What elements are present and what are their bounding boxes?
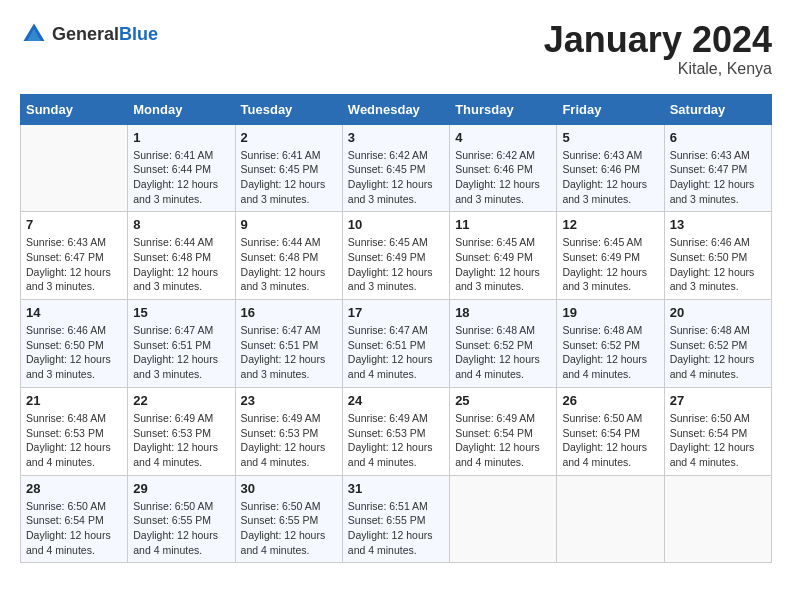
day-number: 23 <box>241 393 337 408</box>
day-info: Sunrise: 6:44 AMSunset: 6:48 PMDaylight:… <box>133 235 229 294</box>
calendar-cell: 5Sunrise: 6:43 AMSunset: 6:46 PMDaylight… <box>557 124 664 212</box>
day-info: Sunrise: 6:45 AMSunset: 6:49 PMDaylight:… <box>348 235 444 294</box>
day-number: 24 <box>348 393 444 408</box>
day-number: 3 <box>348 130 444 145</box>
day-number: 19 <box>562 305 658 320</box>
day-number: 11 <box>455 217 551 232</box>
calendar-cell: 2Sunrise: 6:41 AMSunset: 6:45 PMDaylight… <box>235 124 342 212</box>
day-number: 31 <box>348 481 444 496</box>
day-number: 13 <box>670 217 766 232</box>
calendar-cell <box>664 475 771 563</box>
calendar-week-row: 28Sunrise: 6:50 AMSunset: 6:54 PMDayligh… <box>21 475 772 563</box>
calendar-week-row: 14Sunrise: 6:46 AMSunset: 6:50 PMDayligh… <box>21 300 772 388</box>
day-number: 7 <box>26 217 122 232</box>
day-number: 4 <box>455 130 551 145</box>
day-info: Sunrise: 6:41 AMSunset: 6:45 PMDaylight:… <box>241 148 337 207</box>
day-info: Sunrise: 6:45 AMSunset: 6:49 PMDaylight:… <box>562 235 658 294</box>
calendar-cell: 13Sunrise: 6:46 AMSunset: 6:50 PMDayligh… <box>664 212 771 300</box>
calendar-header-row: SundayMondayTuesdayWednesdayThursdayFrid… <box>21 94 772 124</box>
day-info: Sunrise: 6:47 AMSunset: 6:51 PMDaylight:… <box>133 323 229 382</box>
calendar-cell: 8Sunrise: 6:44 AMSunset: 6:48 PMDaylight… <box>128 212 235 300</box>
day-info: Sunrise: 6:49 AMSunset: 6:53 PMDaylight:… <box>133 411 229 470</box>
calendar-cell: 25Sunrise: 6:49 AMSunset: 6:54 PMDayligh… <box>450 387 557 475</box>
col-header-monday: Monday <box>128 94 235 124</box>
day-info: Sunrise: 6:43 AMSunset: 6:46 PMDaylight:… <box>562 148 658 207</box>
day-info: Sunrise: 6:46 AMSunset: 6:50 PMDaylight:… <box>670 235 766 294</box>
day-info: Sunrise: 6:42 AMSunset: 6:45 PMDaylight:… <box>348 148 444 207</box>
day-number: 25 <box>455 393 551 408</box>
day-number: 1 <box>133 130 229 145</box>
day-info: Sunrise: 6:41 AMSunset: 6:44 PMDaylight:… <box>133 148 229 207</box>
calendar-cell <box>557 475 664 563</box>
day-number: 20 <box>670 305 766 320</box>
day-info: Sunrise: 6:50 AMSunset: 6:55 PMDaylight:… <box>133 499 229 558</box>
day-info: Sunrise: 6:49 AMSunset: 6:53 PMDaylight:… <box>348 411 444 470</box>
logo-general: GeneralBlue <box>52 25 158 44</box>
calendar-cell: 27Sunrise: 6:50 AMSunset: 6:54 PMDayligh… <box>664 387 771 475</box>
day-number: 8 <box>133 217 229 232</box>
day-number: 6 <box>670 130 766 145</box>
calendar-week-row: 21Sunrise: 6:48 AMSunset: 6:53 PMDayligh… <box>21 387 772 475</box>
day-info: Sunrise: 6:46 AMSunset: 6:50 PMDaylight:… <box>26 323 122 382</box>
day-info: Sunrise: 6:43 AMSunset: 6:47 PMDaylight:… <box>670 148 766 207</box>
location-title: Kitale, Kenya <box>544 60 772 78</box>
day-info: Sunrise: 6:50 AMSunset: 6:55 PMDaylight:… <box>241 499 337 558</box>
calendar-table: SundayMondayTuesdayWednesdayThursdayFrid… <box>20 94 772 564</box>
calendar-cell: 10Sunrise: 6:45 AMSunset: 6:49 PMDayligh… <box>342 212 449 300</box>
day-info: Sunrise: 6:51 AMSunset: 6:55 PMDaylight:… <box>348 499 444 558</box>
day-info: Sunrise: 6:50 AMSunset: 6:54 PMDaylight:… <box>562 411 658 470</box>
day-number: 5 <box>562 130 658 145</box>
calendar-cell: 11Sunrise: 6:45 AMSunset: 6:49 PMDayligh… <box>450 212 557 300</box>
calendar-cell: 7Sunrise: 6:43 AMSunset: 6:47 PMDaylight… <box>21 212 128 300</box>
calendar-cell: 18Sunrise: 6:48 AMSunset: 6:52 PMDayligh… <box>450 300 557 388</box>
day-info: Sunrise: 6:49 AMSunset: 6:54 PMDaylight:… <box>455 411 551 470</box>
col-header-saturday: Saturday <box>664 94 771 124</box>
calendar-cell: 30Sunrise: 6:50 AMSunset: 6:55 PMDayligh… <box>235 475 342 563</box>
day-info: Sunrise: 6:50 AMSunset: 6:54 PMDaylight:… <box>26 499 122 558</box>
calendar-cell <box>21 124 128 212</box>
day-number: 26 <box>562 393 658 408</box>
calendar-week-row: 1Sunrise: 6:41 AMSunset: 6:44 PMDaylight… <box>21 124 772 212</box>
calendar-cell: 23Sunrise: 6:49 AMSunset: 6:53 PMDayligh… <box>235 387 342 475</box>
title-block: January 2024 Kitale, Kenya <box>544 20 772 78</box>
day-number: 18 <box>455 305 551 320</box>
calendar-cell: 31Sunrise: 6:51 AMSunset: 6:55 PMDayligh… <box>342 475 449 563</box>
page-header: GeneralBlue January 2024 Kitale, Kenya <box>20 20 772 78</box>
calendar-cell: 17Sunrise: 6:47 AMSunset: 6:51 PMDayligh… <box>342 300 449 388</box>
day-number: 29 <box>133 481 229 496</box>
calendar-cell: 1Sunrise: 6:41 AMSunset: 6:44 PMDaylight… <box>128 124 235 212</box>
calendar-cell: 24Sunrise: 6:49 AMSunset: 6:53 PMDayligh… <box>342 387 449 475</box>
calendar-cell: 6Sunrise: 6:43 AMSunset: 6:47 PMDaylight… <box>664 124 771 212</box>
day-info: Sunrise: 6:47 AMSunset: 6:51 PMDaylight:… <box>348 323 444 382</box>
calendar-week-row: 7Sunrise: 6:43 AMSunset: 6:47 PMDaylight… <box>21 212 772 300</box>
col-header-tuesday: Tuesday <box>235 94 342 124</box>
day-number: 12 <box>562 217 658 232</box>
day-info: Sunrise: 6:42 AMSunset: 6:46 PMDaylight:… <box>455 148 551 207</box>
day-number: 27 <box>670 393 766 408</box>
col-header-thursday: Thursday <box>450 94 557 124</box>
day-info: Sunrise: 6:49 AMSunset: 6:53 PMDaylight:… <box>241 411 337 470</box>
day-info: Sunrise: 6:45 AMSunset: 6:49 PMDaylight:… <box>455 235 551 294</box>
col-header-wednesday: Wednesday <box>342 94 449 124</box>
col-header-friday: Friday <box>557 94 664 124</box>
day-number: 10 <box>348 217 444 232</box>
day-number: 15 <box>133 305 229 320</box>
day-number: 22 <box>133 393 229 408</box>
logo-icon <box>20 20 48 48</box>
day-info: Sunrise: 6:48 AMSunset: 6:52 PMDaylight:… <box>670 323 766 382</box>
calendar-cell <box>450 475 557 563</box>
day-info: Sunrise: 6:48 AMSunset: 6:53 PMDaylight:… <box>26 411 122 470</box>
calendar-cell: 21Sunrise: 6:48 AMSunset: 6:53 PMDayligh… <box>21 387 128 475</box>
day-number: 17 <box>348 305 444 320</box>
day-number: 2 <box>241 130 337 145</box>
month-title: January 2024 <box>544 20 772 60</box>
day-number: 14 <box>26 305 122 320</box>
calendar-cell: 22Sunrise: 6:49 AMSunset: 6:53 PMDayligh… <box>128 387 235 475</box>
day-number: 9 <box>241 217 337 232</box>
calendar-cell: 19Sunrise: 6:48 AMSunset: 6:52 PMDayligh… <box>557 300 664 388</box>
calendar-cell: 14Sunrise: 6:46 AMSunset: 6:50 PMDayligh… <box>21 300 128 388</box>
calendar-cell: 16Sunrise: 6:47 AMSunset: 6:51 PMDayligh… <box>235 300 342 388</box>
calendar-cell: 20Sunrise: 6:48 AMSunset: 6:52 PMDayligh… <box>664 300 771 388</box>
day-info: Sunrise: 6:47 AMSunset: 6:51 PMDaylight:… <box>241 323 337 382</box>
day-info: Sunrise: 6:48 AMSunset: 6:52 PMDaylight:… <box>562 323 658 382</box>
